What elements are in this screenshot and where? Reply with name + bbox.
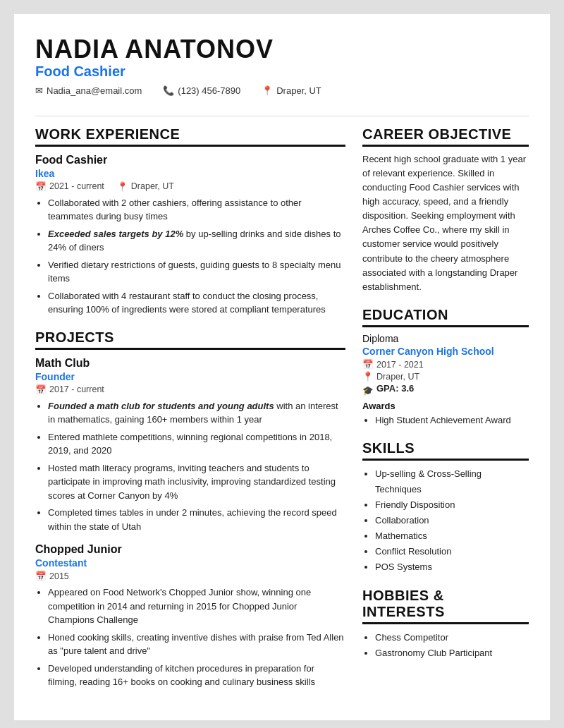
awards-list: High Student Achievement Award <box>362 413 529 427</box>
edu-gpa: GPA: 3.6 <box>376 383 414 394</box>
edu-dates: 📅 2017 - 2021 <box>362 359 529 370</box>
location-value: Draper, UT <box>276 85 321 96</box>
hobby-item: Gastronomy Club Participant <box>375 645 529 661</box>
candidate-name: NADIA ANATONOV <box>35 35 529 63</box>
header-divider <box>35 116 529 116</box>
project-role-2: Contestant <box>35 557 345 569</box>
location-icon-job: 📍 <box>117 181 128 192</box>
hobby-item: Chess Competitor <box>375 630 529 645</box>
bullet-item: Completed times tables in under 2 minute… <box>48 506 345 533</box>
bullet-item: Hosted math literacy programs, inviting … <box>48 461 345 503</box>
skills-title: SKILLS <box>362 440 529 461</box>
job-dates: 📅 2021 - current <box>35 181 104 192</box>
hobbies-list: Chess Competitor Gastronomy Club Partici… <box>362 630 529 661</box>
project-bullets-2: Appeared on Food Network's Chopped Junio… <box>35 586 345 689</box>
bold-italic-text: Founded a math club for students and you… <box>48 401 274 411</box>
project-dates-2: 📅 2015 <box>35 571 69 581</box>
project-name: Math Club <box>35 357 345 370</box>
bullet-item: Collaborated with 2 other cashiers, offe… <box>48 196 345 224</box>
job-bullets: Collaborated with 2 other cashiers, offe… <box>35 196 345 317</box>
right-column: CAREER OBJECTIVE Recent high school grad… <box>362 126 529 699</box>
hobbies-title: HOBBIES & INTERESTS <box>362 588 529 624</box>
job-title: Food Cashier <box>35 154 345 166</box>
award-item: High Student Achievement Award <box>375 413 529 427</box>
skill-item: Friendly Disposition <box>375 497 529 513</box>
skill-item: POS Systems <box>375 559 529 575</box>
bullet-item: Developed understanding of kitchen proce… <box>48 662 345 689</box>
project-role: Founder <box>35 371 345 382</box>
bold-italic-text: Exceeded sales targets by 12% <box>48 229 183 239</box>
email-value: Nadia_ana@email.com <box>47 85 142 96</box>
header-section: NADIA ANATONOV Food Cashier ✉ Nadia_ana@… <box>35 35 529 96</box>
company-name: Ikea <box>35 168 345 179</box>
email-icon: ✉ <box>35 85 43 96</box>
skill-item: Up-selling & Cross-Selling Techniques <box>375 466 529 497</box>
phone-icon: 📞 <box>163 85 174 96</box>
phone-contact: 📞 (123) 456-7890 <box>163 85 240 96</box>
main-content: WORK EXPERIENCE Food Cashier Ikea 📅 2021… <box>35 126 529 699</box>
project-bullets: Founded a math club for students and you… <box>35 399 345 534</box>
edu-meta: 📅 2017 - 2021 📍 Draper, UT 🎓 GPA: 3.6 <box>362 359 529 398</box>
location-icon-edu: 📍 <box>362 371 374 382</box>
project-chopped-junior: Chopped Junior Contestant 📅 2015 Appeare… <box>35 543 345 689</box>
bullet-item: Appeared on Food Network's Chopped Junio… <box>48 586 345 627</box>
awards-label: Awards <box>362 401 529 411</box>
contact-row: ✉ Nadia_ana@email.com 📞 (123) 456-7890 📍… <box>35 85 529 96</box>
project-name-2: Chopped Junior <box>35 543 345 556</box>
skill-item: Conflict Resolution <box>375 544 529 559</box>
skills-list: Up-selling & Cross-Selling Techniques Fr… <box>362 466 529 576</box>
calendar-icon-proj: 📅 <box>35 384 47 395</box>
left-column: WORK EXPERIENCE Food Cashier Ikea 📅 2021… <box>35 126 345 699</box>
skill-item: Mathematics <box>375 528 529 544</box>
edu-location: 📍 Draper, UT <box>362 371 529 382</box>
projects-title: PROJECTS <box>35 329 345 350</box>
project-meta-row: 📅 2017 - current <box>35 384 345 395</box>
project-meta-row-2: 📅 2015 <box>35 571 345 581</box>
location-icon: 📍 <box>262 85 273 96</box>
education-title: EDUCATION <box>362 307 529 327</box>
job-location: 📍 Draper, UT <box>117 181 174 192</box>
bullet-item: Entered mathlete competitions, winning r… <box>48 430 345 458</box>
resume-container: NADIA ANATONOV Food Cashier ✉ Nadia_ana@… <box>14 14 550 720</box>
bullet-item: Collaborated with 4 restaurant staff to … <box>48 289 345 317</box>
calendar-icon-proj2: 📅 <box>35 571 47 581</box>
bullet-item: Founded a math club for students and you… <box>48 399 345 427</box>
job-meta-row: 📅 2021 - current 📍 Draper, UT <box>35 181 345 192</box>
edu-degree: Diploma <box>362 333 529 344</box>
location-contact: 📍 Draper, UT <box>262 85 321 96</box>
calendar-icon-edu: 📅 <box>362 359 374 370</box>
edu-gpa-row: 🎓 GPA: 3.6 <box>362 383 529 398</box>
project-math-club: Math Club Founder 📅 2017 - current Found… <box>35 357 345 534</box>
job-entry-ikea: Food Cashier Ikea 📅 2021 - current 📍 Dra… <box>35 154 345 317</box>
skill-item: Collaboration <box>375 513 529 528</box>
email-contact: ✉ Nadia_ana@email.com <box>35 85 142 96</box>
career-objective-text: Recent high school graduate with 1 year … <box>362 152 529 294</box>
phone-value: (123) 456-7890 <box>178 85 240 96</box>
career-objective-title: CAREER OBJECTIVE <box>362 126 529 147</box>
bullet-item: Exceeded sales targets by 12% by up-sell… <box>48 227 345 255</box>
bullet-item: Honed cooking skills, creating inventive… <box>48 631 345 658</box>
work-experience-title: WORK EXPERIENCE <box>35 126 345 147</box>
project-dates: 📅 2017 - current <box>35 384 104 395</box>
graduation-icon: 🎓 <box>362 385 374 396</box>
education-entry: Diploma Corner Canyon High School 📅 2017… <box>362 333 529 427</box>
calendar-icon: 📅 <box>35 181 47 192</box>
candidate-title: Food Cashier <box>35 63 529 80</box>
bullet-item: Verified dietary restrictions of guests,… <box>48 258 345 286</box>
edu-school: Corner Canyon High School <box>362 346 529 357</box>
